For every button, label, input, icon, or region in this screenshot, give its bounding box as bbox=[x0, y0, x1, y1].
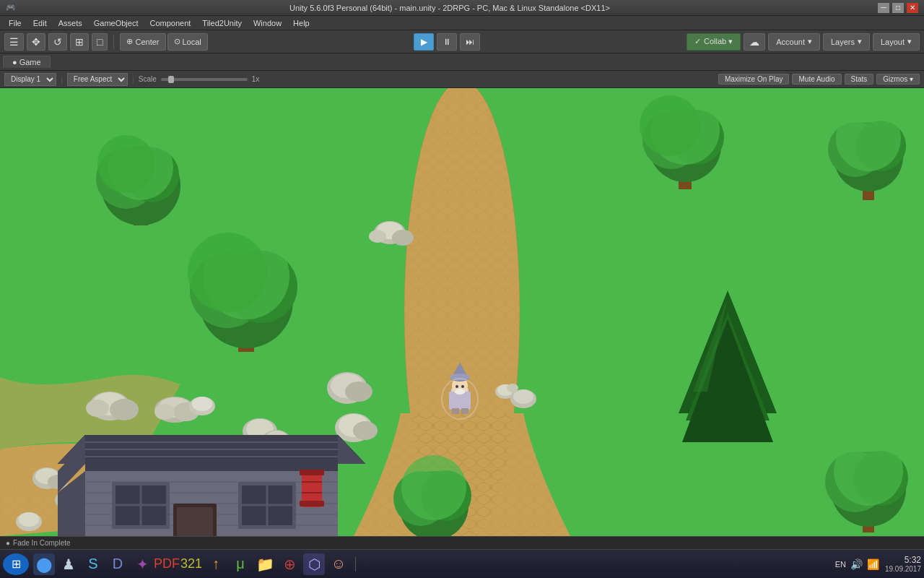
taskbar: ⊞ ⬤ ♟ S D ✦ PDF 321 ↑ μ 📁 ⊕ ⬡ ☺ EN bbox=[0, 549, 924, 578]
taskbar-utorrent-icon[interactable]: μ bbox=[230, 553, 251, 575]
local-label: Local bbox=[183, 38, 201, 46]
pause-button[interactable]: ⏸ bbox=[437, 33, 457, 51]
menu-gameobject[interactable]: GameObject bbox=[88, 17, 144, 29]
taskbar-obs-icon[interactable]: 321 bbox=[180, 553, 202, 575]
svg-point-88 bbox=[455, 389, 465, 394]
taskbar-folder-icon[interactable]: 📁 bbox=[254, 553, 276, 575]
app-icon: 🎮 bbox=[6, 3, 16, 12]
svg-point-51 bbox=[86, 400, 109, 417]
maximize-button[interactable]: □ bbox=[892, 3, 904, 13]
taskbar-updater-icon[interactable]: ↑ bbox=[205, 553, 227, 575]
network-icon: 📶 bbox=[867, 558, 879, 570]
aspect-select[interactable]: Free Aspect bbox=[67, 73, 128, 86]
close-button[interactable]: ✕ bbox=[907, 3, 918, 13]
scene-canvas bbox=[0, 88, 924, 561]
game-controls-bar: Display 1 | Free Aspect | Scale 1x Maxim… bbox=[0, 71, 924, 88]
menu-window[interactable]: Window bbox=[248, 17, 287, 29]
center-label: Center bbox=[135, 38, 159, 46]
svg-point-25 bbox=[836, 106, 901, 171]
pdf-icon: PDF bbox=[154, 556, 180, 571]
gizmos-button[interactable]: Gizmos ▾ bbox=[876, 74, 920, 85]
utorrent-icon: μ bbox=[236, 556, 245, 572]
unity-icon: ⬡ bbox=[308, 556, 321, 573]
svg-point-87 bbox=[461, 385, 464, 388]
game-tab-label: ● Game bbox=[12, 58, 41, 66]
start-button[interactable]: ⊞ bbox=[3, 553, 29, 575]
scale-label: Scale bbox=[139, 75, 157, 83]
menu-help[interactable]: Help bbox=[287, 17, 315, 29]
layers-label: Layers bbox=[831, 38, 855, 46]
svg-point-20 bbox=[640, 95, 700, 156]
mute-audio-button[interactable]: Mute Audio bbox=[792, 74, 841, 85]
menu-component[interactable]: Component bbox=[144, 17, 196, 29]
taskbar-chrome-icon[interactable]: ⬤ bbox=[33, 553, 55, 575]
center-toggle-button[interactable]: ⊕ Center bbox=[120, 33, 165, 51]
move-tool-button[interactable]: ✥ bbox=[27, 33, 45, 51]
taskbar-steam-icon[interactable]: ♟ bbox=[58, 553, 79, 575]
play-button[interactable]: ▶ bbox=[414, 33, 434, 51]
rect-tool-button[interactable]: □ bbox=[92, 33, 108, 51]
svg-point-86 bbox=[456, 385, 458, 388]
maximize-on-play-button[interactable]: Maximize On Play bbox=[718, 74, 790, 85]
discord-icon: D bbox=[113, 556, 123, 572]
layout-dropdown-icon: ▾ bbox=[907, 37, 912, 46]
uc-icon: ✦ bbox=[136, 556, 149, 573]
scale-slider[interactable] bbox=[161, 78, 248, 81]
window-title: Unity 5.6.0f3 Personal (64bit) - main.un… bbox=[22, 4, 878, 12]
svg-point-71 bbox=[513, 389, 533, 404]
toolbar: ☰ ✥ ↺ ⊞ □ ⊕ Center ⊙ Local ▶ ⏸ ⏭ ✓ Colla… bbox=[0, 30, 924, 53]
stats-button[interactable]: Stats bbox=[845, 74, 874, 85]
svg-point-14 bbox=[369, 230, 386, 243]
taskbar-game-icon[interactable]: ⊕ bbox=[279, 553, 300, 575]
account-button[interactable]: Account ▾ bbox=[768, 33, 820, 51]
game-tab[interactable]: ● Game bbox=[3, 56, 51, 68]
taskbar-app2-icon[interactable]: ☺ bbox=[328, 553, 349, 575]
svg-point-57 bbox=[192, 397, 212, 411]
account-label: Account bbox=[776, 38, 805, 46]
display-select[interactable]: Display 1 bbox=[4, 73, 56, 86]
taskbar-unity-icon[interactable]: ⬡ bbox=[303, 553, 325, 575]
menu-file[interactable]: File bbox=[3, 17, 27, 29]
taskbar-right: EN 🔊 📶 5:32 19.09.2017 bbox=[835, 555, 921, 573]
game-tab-bar: ● Game bbox=[0, 53, 924, 71]
svg-point-13 bbox=[392, 230, 414, 246]
scale-value: 1x bbox=[252, 75, 260, 83]
menu-bar: File Edit Assets GameObject Component Ti… bbox=[0, 16, 924, 30]
taskbar-discord-icon[interactable]: D bbox=[107, 553, 128, 575]
game-viewport bbox=[0, 88, 924, 561]
folder-icon: 📁 bbox=[256, 556, 274, 573]
svg-rect-97 bbox=[85, 435, 338, 471]
svg-point-50 bbox=[110, 399, 139, 420]
svg-rect-90 bbox=[461, 408, 468, 414]
layout-button[interactable]: Layout ▾ bbox=[873, 33, 920, 51]
menu-tiled2unity[interactable]: Tiled2Unity bbox=[196, 17, 248, 29]
hand-tool-button[interactable]: ☰ bbox=[4, 33, 24, 51]
game-panel: ● Game Display 1 | Free Aspect | Scale 1… bbox=[0, 53, 924, 561]
layers-button[interactable]: Layers ▾ bbox=[823, 33, 870, 51]
menu-edit[interactable]: Edit bbox=[27, 17, 53, 29]
collab-button[interactable]: ✓ Collab ▾ bbox=[687, 33, 741, 51]
svg-point-42 bbox=[834, 436, 903, 506]
status-bar: ● Fade In Complete bbox=[0, 536, 924, 549]
taskbar-pdf-icon[interactable]: PDF bbox=[156, 553, 178, 575]
svg-point-55 bbox=[154, 404, 175, 420]
pivot-group: ⊕ Center ⊙ Local bbox=[120, 33, 207, 51]
scale-tool-button[interactable]: ⊞ bbox=[70, 33, 89, 51]
svg-rect-117 bbox=[177, 507, 213, 536]
step-button[interactable]: ⏭ bbox=[460, 33, 480, 51]
local-toggle-button[interactable]: ⊙ Local bbox=[167, 33, 208, 51]
menu-assets[interactable]: Assets bbox=[53, 17, 88, 29]
steam-icon: ♟ bbox=[62, 556, 75, 573]
collab-check-icon: ✓ bbox=[694, 37, 701, 46]
taskbar-uc-icon[interactable]: ✦ bbox=[131, 553, 153, 575]
minimize-button[interactable]: ─ bbox=[878, 3, 889, 13]
lang-indicator: EN bbox=[835, 560, 846, 569]
controls-sep2: | bbox=[132, 75, 134, 84]
local-icon: ⊙ bbox=[174, 37, 180, 46]
taskbar-clock: 5:32 19.09.2017 bbox=[885, 555, 921, 573]
window-controls: ─ □ ✕ bbox=[878, 3, 918, 13]
rotate-tool-button[interactable]: ↺ bbox=[48, 33, 67, 51]
taskbar-skype-icon[interactable]: S bbox=[82, 553, 104, 575]
cloud-button[interactable]: ☁ bbox=[744, 33, 765, 51]
svg-point-47 bbox=[401, 455, 466, 520]
